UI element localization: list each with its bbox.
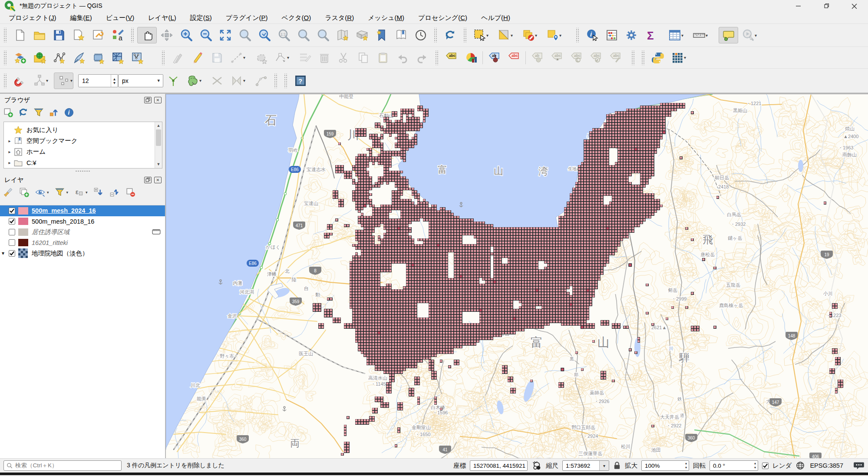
svg-text:・2999: ・2999 <box>671 296 686 301</box>
svg-text:鹿島槍ヶ岳: 鹿島槍ヶ岳 <box>719 303 743 308</box>
svg-text:動: 動 <box>315 292 320 297</box>
svg-text:ε: ε <box>76 188 79 195</box>
svg-text:野口五郎岳: 野口五郎岳 <box>571 425 595 430</box>
svg-text:41: 41 <box>442 447 448 452</box>
svg-text:鑓ヶ岳: 鑓ヶ岳 <box>728 235 742 241</box>
svg-text:道: 道 <box>680 413 684 418</box>
svg-text:三俣蓮華岳: 三俣蓮華岳 <box>578 451 602 456</box>
svg-text:abc: abc <box>512 53 518 57</box>
svg-text:高清水山: 高清水山 <box>368 375 387 380</box>
svg-text:黒: 黒 <box>570 357 574 361</box>
svg-text:・2924: ・2924 <box>583 433 598 439</box>
svg-text:1:1: 1:1 <box>281 32 286 36</box>
svg-text:池田: 池田 <box>651 447 661 453</box>
svg-text:8: 8 <box>314 268 317 273</box>
svg-text:松川: 松川 <box>621 444 630 449</box>
svg-text:360: 360 <box>688 436 695 440</box>
svg-text:北: 北 <box>284 268 290 274</box>
svg-text:自: 自 <box>304 286 309 291</box>
svg-text:石: 石 <box>265 114 277 127</box>
svg-text:薬師岳: 薬師岳 <box>590 390 604 395</box>
svg-text:津幡: 津幡 <box>267 271 277 277</box>
svg-text:川北: 川北 <box>191 383 200 388</box>
svg-text:唐松岳: 唐松岳 <box>700 252 715 257</box>
svg-text:ab: ab <box>535 53 539 57</box>
svg-text:部: 部 <box>574 372 578 377</box>
svg-text:河北潟: 河北潟 <box>240 289 254 294</box>
svg-text:E86: E86 <box>291 167 299 172</box>
svg-text:富: 富 <box>438 164 447 175</box>
svg-text:金剛堂山: 金剛堂山 <box>412 425 431 430</box>
svg-text:・2926: ・2926 <box>594 399 609 404</box>
svg-text:湾: 湾 <box>538 166 548 177</box>
svg-text:川: 川 <box>669 346 673 351</box>
svg-text:a: a <box>119 34 122 42</box>
svg-text:471: 471 <box>296 223 303 228</box>
svg-text:雨飾山: 雨飾山 <box>842 152 857 157</box>
svg-text:・1596: ・1596 <box>432 410 448 415</box>
svg-text:焼山: 焼山 <box>845 126 855 131</box>
svg-text:abc: abc <box>554 53 561 57</box>
svg-text:abc: abc <box>574 53 581 57</box>
svg-text:2418: 2418 <box>718 184 729 189</box>
svg-text:能美: 能美 <box>197 396 206 401</box>
svg-text:鉄: 鉄 <box>677 397 682 401</box>
svg-text:・1963: ・1963 <box>838 145 853 150</box>
svg-text:白木峰: 白木峰 <box>431 405 445 410</box>
svg-text:宝達志水: 宝達志水 <box>307 167 326 172</box>
svg-text:五龍岳: 五龍岳 <box>726 282 740 288</box>
svg-text:359: 359 <box>292 299 300 304</box>
svg-text:19: 19 <box>824 252 829 257</box>
svg-text:・2922: ・2922 <box>666 423 681 428</box>
svg-text:abc: abc <box>594 53 600 57</box>
svg-text:▲2400: ▲2400 <box>843 134 858 139</box>
svg-text:野々市: 野々市 <box>220 354 234 359</box>
svg-text:Σ: Σ <box>647 29 654 42</box>
svg-text:金沢: 金沢 <box>228 313 237 318</box>
svg-text:・1221: ・1221 <box>746 101 761 106</box>
svg-text:かほく: かほく <box>266 245 281 250</box>
svg-text:富: 富 <box>531 336 543 349</box>
svg-text:・1650: ・1650 <box>415 432 430 437</box>
svg-text:医王山: 医王山 <box>299 351 313 356</box>
svg-text:山: 山 <box>597 336 610 349</box>
svg-text:・1145: ・1145 <box>371 381 386 387</box>
svg-text:・2932: ・2932 <box>730 221 746 227</box>
svg-text:朝日岳: 朝日岳 <box>714 175 729 180</box>
svg-text:?: ? <box>298 77 302 85</box>
svg-text:黒姫山: 黒姫山 <box>733 108 747 113</box>
svg-text:飛: 飛 <box>703 234 713 245</box>
svg-text:陸: 陸 <box>292 277 297 282</box>
svg-text:羽咋: 羽咋 <box>288 148 298 153</box>
svg-text:大天井岳: 大天井岳 <box>660 414 679 420</box>
svg-text:abc: abc <box>613 53 620 57</box>
svg-text:剱岳: 剱岳 <box>668 288 677 293</box>
svg-text:159: 159 <box>327 132 334 136</box>
svg-text:両: 両 <box>290 438 300 449</box>
svg-text:白馬岳: 白馬岳 <box>727 212 741 217</box>
svg-text:中能登: 中能登 <box>339 94 353 99</box>
svg-text:148: 148 <box>788 334 795 338</box>
svg-text:・1223: ・1223 <box>826 313 841 318</box>
svg-text:小川: 小川 <box>823 291 833 296</box>
svg-text:内灘: 内灘 <box>233 281 242 286</box>
svg-text:山: 山 <box>494 165 503 176</box>
svg-text:147: 147 <box>772 400 779 405</box>
svg-text:abc: abc <box>449 53 455 57</box>
svg-text:E86: E86 <box>249 261 257 266</box>
svg-text:騨: 騨 <box>679 352 690 364</box>
svg-text:宝達山: 宝達山 <box>304 201 318 206</box>
svg-text:360: 360 <box>239 437 247 442</box>
